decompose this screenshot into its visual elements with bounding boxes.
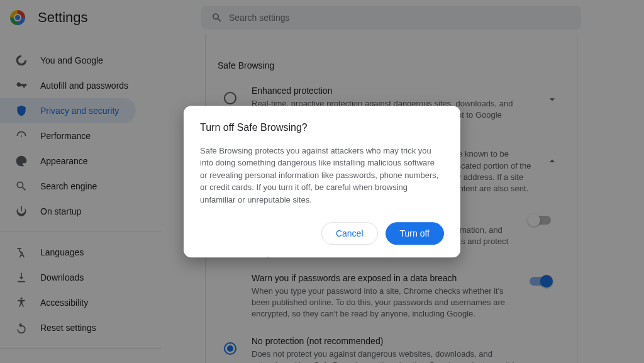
confirm-dialog: Turn off Safe Browsing? Safe Browsing pr… <box>184 106 460 258</box>
dialog-title: Turn off Safe Browsing? <box>200 122 444 133</box>
dialog-body: Safe Browsing protects you against attac… <box>200 145 444 206</box>
turn-off-button[interactable]: Turn off <box>386 222 444 245</box>
cancel-button[interactable]: Cancel <box>321 222 378 245</box>
